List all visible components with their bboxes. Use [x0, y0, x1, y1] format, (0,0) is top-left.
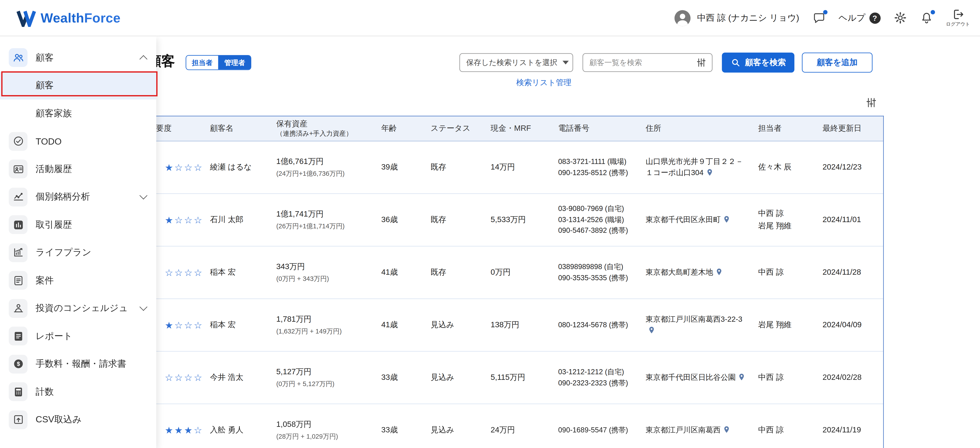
star-empty-icon[interactable]: ☆ [194, 161, 202, 174]
star-filled-icon[interactable]: ★ [175, 424, 183, 437]
sidebar-item-report[interactable]: レポート [0, 322, 156, 350]
age-cell: 41歳 [376, 299, 426, 351]
user-name: 中西 諒 (ナカニシ リョウ) [697, 12, 799, 24]
bell-notification-dot [931, 10, 935, 14]
sidebar-item-todo[interactable]: TODO [0, 128, 156, 155]
phone-cell: 03898989898 (自宅)090-3535-3535 (携帯) [553, 247, 641, 298]
user-menu[interactable]: 中西 諒 (ナカニシ リョウ) [674, 9, 799, 27]
sidebar-item-investment-concierge[interactable]: 投資のコンシェルジュ [0, 294, 156, 322]
contact-icon [9, 160, 27, 179]
map-pin-icon[interactable] [705, 168, 714, 176]
status-cell: 既存 [426, 194, 486, 246]
customer-name-cell: 入舩 勇人 [205, 404, 271, 448]
concierge-icon [9, 299, 27, 318]
table-row[interactable]: ☆☆☆☆ 今井 浩太 5,127万円(0万円 + 5,127万円) 33歳 見込… [143, 352, 883, 404]
star-empty-icon[interactable]: ☆ [184, 266, 192, 279]
table-row[interactable]: ★☆☆☆ 石川 太郎 1億1,741万円(26万円+1億1,714万円) 36歳… [143, 194, 883, 247]
star-empty-icon[interactable]: ☆ [184, 371, 192, 384]
table-row[interactable]: ★☆☆☆ 綾瀬 はるな 1億6,761万円(24万円+1億6,736万円) 39… [143, 142, 883, 194]
star-empty-icon[interactable]: ☆ [165, 266, 173, 279]
star-empty-icon[interactable]: ☆ [175, 371, 183, 384]
map-pin-icon[interactable] [715, 268, 723, 276]
saved-search-select[interactable]: 保存した検索リストを選択 [460, 53, 573, 72]
sidebar-item-customer-family[interactable]: 顧客家族 [0, 100, 156, 128]
rep-cell: 中西 諒岩尾 翔維 [753, 194, 818, 246]
logout-button[interactable]: ログアウト [946, 8, 970, 28]
rep-cell: 岩尾 翔維 [753, 299, 818, 351]
column-header: 住所 [641, 116, 753, 141]
search-customers-button[interactable]: 顧客を検索 [722, 53, 795, 73]
report-icon [9, 327, 27, 346]
address-cell: 東京都千代田区永田町 [641, 194, 753, 246]
table-row[interactable]: ★★★☆ 入舩 勇人 1,058万円(28万円 + 1,029万円) 33歳 見… [143, 404, 883, 448]
star-filled-icon[interactable]: ★ [184, 424, 192, 437]
address-cell: 山口県光市光井９丁目２２－１コーポ山口304 [641, 142, 753, 193]
customer-name-cell: 稲本 宏 [205, 299, 271, 351]
column-header: 最終更新日 [818, 116, 883, 141]
settings-button[interactable] [893, 11, 907, 24]
phone-cell: 080-1234-5678 (携帯) [553, 299, 641, 351]
sidebar-item-figures[interactable]: 計数 [0, 378, 156, 406]
phone-cell: 03-9080-7969 (自宅)03-1314-2526 (職場)090-54… [553, 194, 641, 246]
star-filled-icon[interactable]: ★ [165, 214, 173, 226]
phone-cell: 03-1212-1212 (自宅)090-2323-2323 (携帯) [553, 352, 641, 403]
column-header: 保有資産（連携済み+手入力資産） [271, 116, 376, 141]
sidebar-item-customers-sub[interactable]: 顧客 [0, 72, 156, 100]
star-empty-icon[interactable]: ☆ [175, 266, 183, 279]
column-header: 顧客名 [205, 116, 271, 141]
star-filled-icon[interactable]: ★ [165, 319, 173, 332]
table-row[interactable]: ☆☆☆☆ 稲本 宏 343万円(0万円 + 343万円) 41歳 既存 0万円 … [143, 247, 883, 299]
search-list-manage-link[interactable]: 検索リスト管理 [516, 78, 571, 88]
table-row[interactable]: ★☆☆☆ 稲本 宏 1,781万円(1,632万円 + 149万円) 41歳 見… [143, 299, 883, 352]
sidebar-item-customers[interactable]: 顧客 [0, 44, 156, 72]
sidebar-item-life-plan[interactable]: ライフプラン [0, 239, 156, 267]
cash-mrf-cell: 5,115万円 [486, 352, 553, 403]
star-empty-icon[interactable]: ☆ [194, 214, 202, 226]
role-toggle: 担当者 管理者 [186, 55, 251, 70]
cash-mrf-cell: 138万円 [486, 299, 553, 351]
star-empty-icon[interactable]: ☆ [194, 371, 202, 384]
star-empty-icon[interactable]: ☆ [175, 214, 183, 226]
star-empty-icon[interactable]: ☆ [184, 214, 192, 226]
sidebar-item-stock-analysis[interactable]: 個別銘柄分析 [0, 183, 156, 211]
table-filter-button[interactable] [864, 96, 878, 110]
role-toggle-admin[interactable]: 管理者 [219, 56, 251, 70]
map-pin-icon[interactable] [722, 215, 731, 223]
cash-mrf-cell: 14万円 [486, 142, 553, 193]
star-empty-icon[interactable]: ☆ [184, 319, 192, 332]
csv-import-icon [9, 410, 27, 429]
help-button[interactable]: ヘルプ ? [838, 12, 880, 24]
table-header-row: 重要度顧客名保有資産（連携済み+手入力資産）年齢ステータス現金・MRF電話番号住… [143, 116, 883, 141]
sidebar-item-fees-invoices[interactable]: $ 手数料・報酬・請求書 [0, 350, 156, 378]
sidebar-item-activity-history[interactable]: 活動履歴 [0, 155, 156, 183]
role-toggle-staff[interactable]: 担当者 [186, 56, 219, 70]
star-filled-icon[interactable]: ★ [165, 424, 173, 437]
top-header: WealthForce 中西 諒 (ナカニシ リョウ) ヘルプ ? [0, 0, 980, 36]
sidebar-item-csv-import[interactable]: CSV取込み [0, 406, 156, 434]
column-header: 年齢 [376, 116, 426, 141]
star-empty-icon[interactable]: ☆ [175, 319, 183, 332]
star-empty-icon[interactable]: ☆ [194, 424, 202, 437]
notifications-button[interactable] [920, 11, 933, 24]
chat-button[interactable] [812, 11, 825, 24]
map-pin-icon[interactable] [722, 425, 731, 434]
chevron-down-icon [140, 192, 148, 200]
sidebar-item-cases[interactable]: 案件 [0, 267, 156, 295]
star-empty-icon[interactable]: ☆ [194, 266, 202, 279]
filter-sliders-icon [865, 96, 877, 109]
bar-chart-icon [9, 215, 27, 234]
chevron-up-icon [140, 55, 148, 63]
add-customer-button[interactable]: 顧客を追加 [802, 53, 872, 73]
star-empty-icon[interactable]: ☆ [194, 319, 202, 332]
star-empty-icon[interactable]: ☆ [184, 161, 192, 174]
star-filled-icon[interactable]: ★ [165, 161, 173, 174]
logout-icon [952, 8, 964, 21]
map-pin-icon[interactable] [738, 373, 746, 381]
filter-sliders-icon[interactable] [695, 57, 707, 69]
sidebar: 顧客 顧客 顧客家族 TODO 活動履歴 個別銘柄分析 取引履歴 ライフプラン [0, 36, 156, 448]
star-empty-icon[interactable]: ☆ [175, 161, 183, 174]
star-empty-icon[interactable]: ☆ [165, 371, 173, 384]
search-input[interactable] [589, 58, 687, 67]
sidebar-item-transaction-history[interactable]: 取引履歴 [0, 211, 156, 239]
map-pin-icon[interactable] [648, 326, 656, 334]
